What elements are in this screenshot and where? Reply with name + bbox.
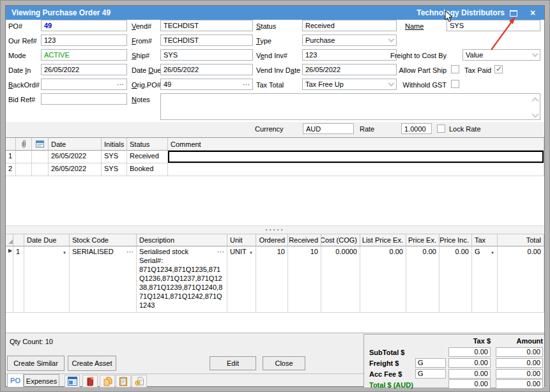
allow-part-ship-checkbox[interactable] — [451, 65, 459, 73]
history-clock-icon[interactable] — [132, 375, 147, 388]
history-date-cell[interactable]: 26/05/2022 — [49, 151, 102, 163]
history-initials-cell[interactable]: SYS — [102, 151, 127, 163]
splitter-handle[interactable] — [6, 225, 544, 234]
memo-cell[interactable] — [32, 163, 49, 176]
history-comment-header[interactable]: Comment — [168, 138, 544, 151]
history-status-cell[interactable]: Received — [127, 151, 168, 163]
notes-field[interactable] — [160, 93, 540, 120]
acc-fee-amount-field: 0.00 — [496, 369, 543, 379]
item-description-header[interactable]: Description — [137, 234, 227, 246]
dropdown-arrow-icon[interactable] — [63, 248, 66, 255]
from-field[interactable]: TECHDIST — [160, 34, 253, 46]
item-list-price-header[interactable]: List Price Ex. — [360, 234, 406, 246]
item-date-due-cell[interactable] — [24, 246, 70, 313]
date-due-field[interactable]: 26/05/2022 — [160, 64, 253, 75]
paperclip-icon[interactable] — [16, 138, 32, 151]
history-status-cell[interactable]: Booked — [127, 163, 168, 176]
item-list-price-cell[interactable]: 0.00 — [360, 246, 406, 313]
rate-label: Rate — [360, 125, 374, 133]
item-total-header[interactable]: Total — [498, 234, 544, 246]
item-cost-header[interactable]: Cost (COG) — [321, 234, 360, 246]
book-icon[interactable] — [82, 375, 98, 388]
ellipsis-icon[interactable] — [126, 248, 134, 256]
freight-cost-by-dropdown[interactable]: Value — [462, 49, 540, 61]
tab-po[interactable]: PO — [7, 374, 24, 388]
copy-documents-icon[interactable] — [100, 375, 115, 388]
item-ordered-header[interactable]: Ordered — [256, 234, 288, 246]
history-comment-cell[interactable] — [168, 163, 544, 176]
item-received-header[interactable]: Received — [288, 234, 321, 246]
scroll-up-icon[interactable] — [533, 96, 538, 102]
type-dropdown[interactable]: Purchase — [302, 34, 397, 46]
history-initials-header[interactable]: Initials — [102, 138, 127, 151]
item-stock-code-header[interactable]: Stock Code — [70, 234, 137, 246]
rate-field[interactable]: 1.0000 — [401, 123, 432, 134]
vend-field[interactable]: TECHDIST — [160, 20, 253, 31]
maximize-icon[interactable] — [510, 10, 517, 17]
item-price-inc-cell[interactable]: 0.00 — [439, 246, 472, 313]
item-unit-cell[interactable]: UNIT — [227, 246, 256, 313]
ship-field[interactable]: SYS — [160, 49, 253, 61]
history-comment-cell-selected[interactable] — [168, 151, 544, 163]
create-asset-button[interactable]: Create Asset — [68, 356, 116, 371]
history-date-header[interactable]: Date — [49, 138, 102, 151]
close-button[interactable]: Close — [263, 356, 305, 370]
item-price-inc-header[interactable]: Price Inc. — [439, 234, 472, 246]
bid-ref-field[interactable] — [41, 93, 127, 105]
edit-button[interactable]: Edit — [210, 356, 256, 370]
row-number-header[interactable] — [13, 234, 24, 246]
our-ref-field[interactable]: 123 — [41, 34, 127, 46]
item-tax-cell[interactable]: G — [472, 246, 498, 313]
tab-expenses[interactable]: Expenses — [24, 374, 59, 388]
withhold-gst-checkbox[interactable] — [451, 80, 459, 88]
lock-rate-checkbox[interactable] — [437, 124, 445, 133]
row-number-cell[interactable]: 1 — [13, 246, 24, 313]
name-field[interactable]: SYS — [447, 20, 540, 31]
item-stock-code-cell[interactable]: SERIALISED — [70, 246, 137, 313]
acc-fee-tax-code-field[interactable]: G — [415, 369, 446, 379]
currency-field[interactable]: AUD — [303, 123, 354, 134]
dropdown-arrow-icon[interactable] — [491, 248, 494, 255]
create-similar-button[interactable]: Create Similar — [7, 356, 65, 371]
po-field[interactable]: 49 — [41, 20, 127, 31]
history-date-cell[interactable]: 26/05/2022 — [49, 163, 102, 176]
memo-icon[interactable] — [32, 138, 49, 151]
memo-cell[interactable] — [32, 151, 49, 163]
history-initials-cell[interactable]: SYS — [102, 163, 127, 176]
item-description-cell[interactable]: Serialised stock Serial#: 871Q1234,871Q1… — [137, 246, 227, 313]
mode-field[interactable]: ACTIVE — [41, 49, 127, 61]
row-number-header[interactable] — [6, 138, 16, 151]
ellipsis-icon[interactable] — [243, 80, 250, 89]
close-icon[interactable]: × — [528, 6, 538, 19]
item-received-cell[interactable]: 10 — [288, 246, 321, 313]
backord-field[interactable] — [41, 79, 127, 90]
scroll-down-icon[interactable] — [533, 112, 538, 117]
freight-tax-code-field[interactable]: G — [415, 358, 446, 368]
attachment-cell[interactable] — [16, 151, 32, 163]
item-price-ex-cell[interactable]: 0.00 — [406, 246, 439, 313]
vend-inv-label: Vend Inv# — [256, 52, 287, 59]
date-in-field[interactable]: 26/05/2022 — [41, 64, 127, 75]
item-unit-header[interactable]: Unit — [227, 234, 256, 246]
form-report-icon[interactable] — [65, 375, 80, 388]
ellipsis-icon[interactable] — [117, 80, 124, 89]
item-tax-header[interactable]: Tax — [472, 234, 498, 246]
ellipsis-icon[interactable] — [217, 248, 224, 256]
clipboard-icon[interactable] — [116, 375, 131, 388]
row-number-cell[interactable]: 2 — [6, 163, 16, 176]
item-cost-cell[interactable]: 0.0000 — [321, 246, 360, 313]
item-price-ex-header[interactable]: Price Ex. — [406, 234, 439, 246]
dropdown-arrow-icon[interactable] — [249, 248, 253, 255]
history-status-header[interactable]: Status — [127, 138, 168, 151]
from-label: From# — [132, 37, 152, 45]
row-number-cell[interactable]: 1 — [6, 151, 16, 163]
window-titlebar[interactable]: Viewing Purchase Order 49 Technology Dis… — [6, 6, 544, 20]
status-field[interactable]: Received — [302, 20, 397, 31]
attachment-cell[interactable] — [16, 163, 32, 176]
orig-po-field[interactable]: 49 — [160, 79, 253, 90]
item-ordered-cell[interactable]: 10 — [256, 246, 288, 313]
tax-paid-checkbox[interactable] — [494, 65, 503, 73]
mode-label: Mode — [8, 52, 26, 59]
item-date-due-header[interactable]: Date Due — [24, 234, 70, 246]
item-total-cell[interactable]: 0.00 — [498, 246, 544, 313]
